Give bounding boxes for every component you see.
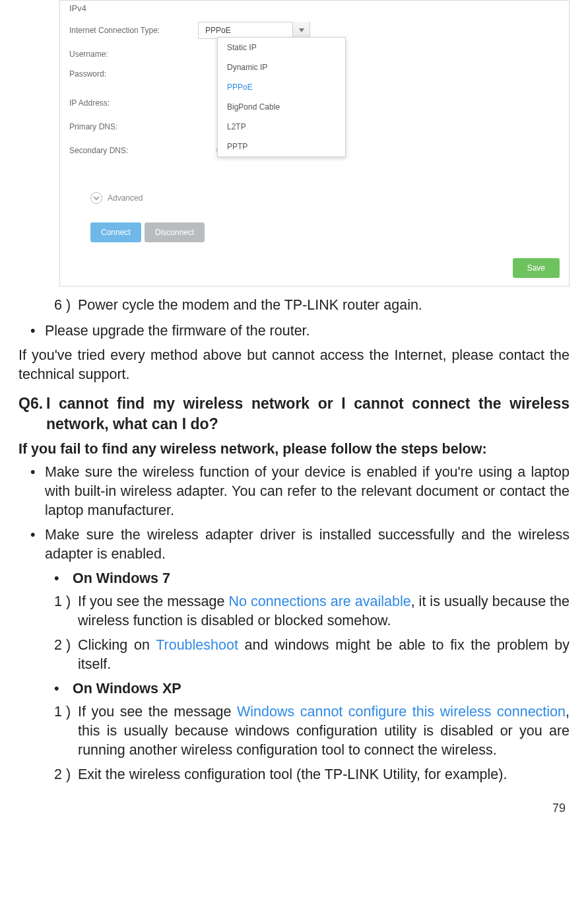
- primary-dns-label: Primary DNS:: [69, 122, 198, 131]
- bullet-enable: • Make sure the wireless function of you…: [30, 463, 570, 520]
- q6-text: I cannot find my wireless network or I c…: [46, 393, 570, 434]
- dropdown-option[interactable]: PPPoE: [218, 77, 345, 97]
- bullet-text: Please upgrade the firmware of the route…: [45, 322, 570, 341]
- bullet-dot: •: [54, 679, 73, 698]
- step-text: Power cycle the modem and the TP-LINK ro…: [78, 296, 570, 315]
- step-6: 6 ) Power cycle the modem and the TP-LIN…: [54, 296, 570, 315]
- dropdown-option[interactable]: Static IP: [218, 38, 345, 57]
- para-support: If you've tried every method above but c…: [18, 346, 570, 384]
- q6-label: Q6.: [18, 393, 46, 434]
- step-text: If you see the message Windows cannot co…: [78, 702, 570, 760]
- highlight-text: Troubleshoot: [156, 637, 238, 653]
- win7-step1: 1 ) If you see the message No connection…: [54, 592, 570, 630]
- dropdown-option[interactable]: Dynamic IP: [218, 57, 345, 77]
- win7-step2: 2 ) Clicking on Troubleshoot and windows…: [54, 636, 570, 674]
- page-number: 79: [18, 790, 570, 815]
- dropdown-option[interactable]: L2TP: [218, 117, 345, 137]
- advanced-toggle[interactable]: Advanced: [90, 192, 143, 204]
- highlight-text: Windows cannot configure this wireless c…: [237, 704, 566, 720]
- subheading-fail: If you fail to find any wireless network…: [18, 441, 570, 458]
- step-number: 2 ): [54, 636, 78, 674]
- conn-type-value: PPPoE: [199, 26, 292, 35]
- advanced-label: Advanced: [108, 193, 143, 203]
- winxp-label: On Windows XP: [73, 679, 570, 698]
- step-text: Clicking on Troubleshoot and windows mig…: [78, 636, 570, 674]
- bullet-driver: • Make sure the wireless adapter driver …: [30, 526, 570, 564]
- step-number: 6 ): [54, 296, 78, 315]
- sub-winxp: • On Windows XP: [54, 679, 570, 698]
- step-number: 1 ): [54, 702, 78, 760]
- dropdown-option[interactable]: PPTP: [218, 137, 345, 156]
- secondary-dns-label: Secondary DNS:: [69, 146, 198, 155]
- bullet-dot: •: [30, 463, 45, 520]
- bullet-dot: •: [30, 322, 45, 341]
- save-button[interactable]: Save: [513, 258, 560, 278]
- step-text: If you see the message No connections ar…: [78, 592, 570, 630]
- winxp-step1: 1 ) If you see the message Windows canno…: [54, 702, 570, 760]
- conn-type-dropdown: Static IP Dynamic IP PPPoE BigPond Cable…: [217, 37, 346, 157]
- win7-label: On Windows 7: [73, 569, 570, 588]
- bullet-dot: •: [54, 569, 73, 588]
- ip-label: IP Address:: [69, 98, 198, 108]
- username-label: Username:: [69, 50, 198, 59]
- bullet-dot: •: [30, 526, 45, 564]
- router-settings-panel: IPv4 Internet Connection Type: PPPoE Use…: [59, 0, 570, 287]
- winxp-step2: 2 ) Exit the wireless configuration tool…: [54, 765, 570, 784]
- step-number: 2 ): [54, 765, 78, 784]
- password-label: Password:: [69, 69, 198, 79]
- chevron-down-circle-icon: [90, 192, 102, 204]
- panel-title: IPv4: [69, 3, 86, 13]
- disconnect-button[interactable]: Disconnect: [145, 222, 205, 242]
- bullet-text: Make sure the wireless adapter driver is…: [45, 526, 570, 564]
- connect-button[interactable]: Connect: [90, 222, 141, 242]
- bullet-upgrade: • Please upgrade the firmware of the rou…: [30, 322, 570, 341]
- highlight-text: No connections are available: [228, 594, 410, 609]
- dropdown-option[interactable]: BigPond Cable: [218, 97, 345, 117]
- bullet-text: Make sure the wireless function of your …: [45, 463, 570, 520]
- step-number: 1 ): [54, 592, 78, 630]
- conn-type-label: Internet Connection Type:: [69, 26, 198, 35]
- q6-heading: Q6. I cannot find my wireless network or…: [18, 393, 570, 434]
- sub-win7: • On Windows 7: [54, 569, 570, 588]
- step-text: Exit the wireless configuration tool (th…: [78, 765, 570, 784]
